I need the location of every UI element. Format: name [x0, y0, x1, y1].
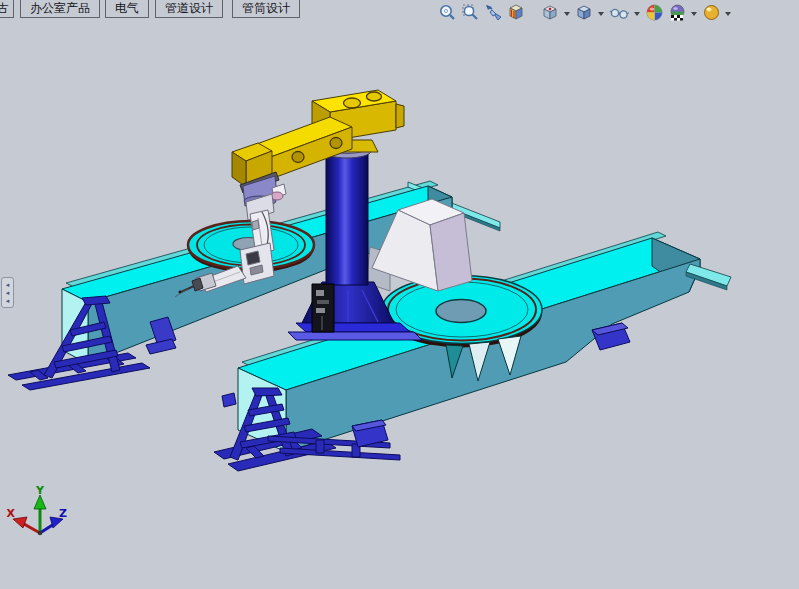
tab-partial[interactable]: 古 [0, 0, 14, 18]
view-settings-dropdown-arrow[interactable] [725, 12, 731, 16]
column-control-box [312, 284, 334, 332]
display-style-button[interactable] [573, 2, 596, 23]
view-settings-icon [702, 3, 721, 22]
zoom-to-area-icon [461, 3, 480, 22]
apply-scene-icon [668, 3, 687, 22]
heads-up-view-toolbar [436, 2, 734, 23]
expander-arrow-icon: ◂ [6, 297, 10, 305]
zoom-to-area-button[interactable] [459, 2, 482, 23]
triad-z-label: Z [59, 507, 67, 520]
display-style-dropdown-arrow[interactable] [598, 12, 604, 16]
hide-show-items-button[interactable] [607, 2, 632, 23]
expander-arrow-icon: ◂ [6, 289, 10, 297]
view-orientation-button[interactable] [539, 2, 562, 23]
apply-scene-dropdown-arrow[interactable] [691, 12, 697, 16]
zoom-to-fit-button[interactable] [436, 2, 459, 23]
feature-panel-expander[interactable]: ◂ ◂ ◂ [1, 277, 14, 308]
hide-show-items-dropdown-arrow[interactable] [634, 12, 640, 16]
previous-view-button[interactable] [482, 2, 505, 23]
view-orientation-dropdown-arrow[interactable] [564, 12, 570, 16]
section-view-icon [507, 3, 526, 22]
apply-scene-button[interactable] [666, 2, 689, 23]
hide-show-items-icon [609, 3, 630, 22]
triad-x-label: X [7, 507, 16, 520]
tab-tubing-design[interactable]: 管筒设计 [232, 0, 300, 18]
view-settings-button[interactable] [700, 2, 723, 23]
triad-y-label: Y [35, 484, 45, 497]
display-style-icon [575, 3, 594, 22]
expander-arrow-icon: ◂ [6, 281, 10, 289]
section-view-button[interactable] [505, 2, 528, 23]
tab-electrical[interactable]: 电气 [105, 0, 149, 18]
tab-office-products[interactable]: 办公室产品 [20, 0, 100, 18]
previous-view-icon [484, 3, 503, 22]
graphics-area[interactable]: Y X Z [0, 0, 799, 589]
zoom-to-fit-icon [438, 3, 457, 22]
tab-piping-design[interactable]: 管道设计 [155, 0, 223, 18]
solidworks-window: Y X Z 古 办公室产品 电气 管道设计 管筒设计 [0, 0, 799, 589]
edit-appearance-icon [645, 3, 664, 22]
edit-appearance-button[interactable] [643, 2, 666, 23]
view-orientation-icon [541, 3, 560, 22]
